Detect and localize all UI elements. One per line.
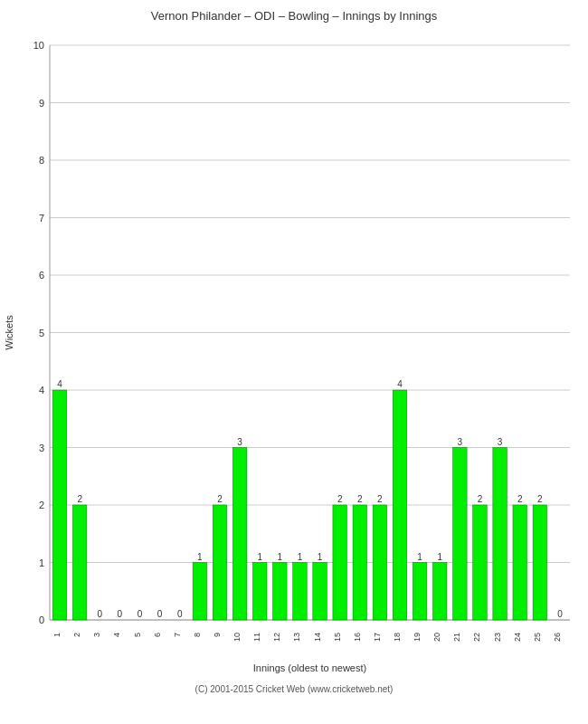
svg-text:15: 15 (333, 633, 342, 642)
svg-text:2: 2 (478, 494, 483, 504)
svg-rect-46 (213, 505, 226, 620)
svg-text:0: 0 (138, 609, 143, 619)
svg-rect-64 (333, 505, 346, 620)
svg-text:0: 0 (98, 609, 103, 619)
svg-text:19: 19 (413, 633, 422, 642)
svg-text:1: 1 (437, 552, 442, 562)
svg-text:0: 0 (157, 609, 163, 619)
svg-text:2: 2 (377, 494, 383, 504)
svg-text:6: 6 (153, 633, 162, 637)
svg-text:12: 12 (272, 633, 281, 642)
chart-title: Vernon Philander – ODI – Bowling – Innin… (0, 0, 588, 27)
svg-text:9: 9 (213, 633, 222, 637)
svg-rect-61 (313, 563, 327, 621)
copyright-text: (C) 2001-2015 Cricket Web (www.cricketwe… (0, 684, 588, 694)
svg-text:2: 2 (217, 494, 223, 504)
svg-text:6: 6 (39, 270, 44, 281)
svg-text:0: 0 (557, 609, 563, 619)
svg-text:1: 1 (39, 557, 44, 568)
svg-text:2: 2 (337, 494, 343, 504)
svg-text:2: 2 (77, 494, 82, 504)
svg-text:3: 3 (39, 443, 44, 453)
svg-text:4: 4 (397, 379, 403, 389)
svg-rect-27 (52, 390, 66, 620)
svg-text:4: 4 (112, 633, 121, 637)
svg-text:13: 13 (292, 633, 301, 642)
svg-text:2: 2 (537, 494, 543, 504)
svg-text:2: 2 (72, 633, 81, 637)
svg-rect-52 (252, 563, 266, 621)
svg-text:2: 2 (357, 494, 363, 504)
svg-rect-43 (193, 563, 206, 621)
svg-text:18: 18 (393, 633, 402, 642)
svg-text:7: 7 (173, 633, 182, 637)
svg-text:1: 1 (417, 552, 422, 562)
svg-text:3: 3 (92, 633, 101, 637)
chart-container: Vernon Philander – ODI – Bowling – Innin… (0, 0, 588, 724)
svg-text:5: 5 (39, 328, 44, 338)
svg-text:26: 26 (553, 633, 562, 642)
chart-svg: 012345678910Wickets412203040506071829310… (0, 27, 588, 679)
svg-text:Wickets: Wickets (4, 315, 14, 350)
svg-text:2: 2 (517, 494, 523, 504)
svg-text:1: 1 (278, 552, 283, 562)
svg-text:24: 24 (513, 633, 522, 642)
svg-rect-91 (513, 505, 526, 620)
svg-text:1: 1 (298, 552, 303, 562)
svg-text:22: 22 (472, 633, 481, 642)
svg-rect-73 (393, 390, 406, 620)
svg-text:0: 0 (177, 609, 183, 619)
svg-rect-82 (453, 448, 467, 621)
svg-rect-55 (273, 563, 287, 621)
svg-text:10: 10 (33, 40, 44, 51)
svg-text:8: 8 (39, 155, 44, 166)
svg-text:3: 3 (498, 437, 503, 447)
svg-text:1: 1 (52, 633, 62, 637)
svg-text:0: 0 (39, 614, 44, 625)
svg-text:16: 16 (353, 633, 362, 642)
svg-text:10: 10 (232, 633, 242, 642)
svg-rect-49 (232, 448, 246, 621)
svg-text:0: 0 (118, 609, 123, 619)
svg-rect-76 (413, 563, 426, 621)
svg-text:3: 3 (458, 437, 463, 447)
svg-text:9: 9 (39, 98, 44, 109)
svg-rect-85 (473, 505, 487, 620)
svg-rect-70 (373, 505, 386, 620)
svg-text:8: 8 (193, 633, 202, 637)
svg-text:21: 21 (452, 633, 461, 642)
svg-rect-30 (72, 505, 86, 620)
svg-rect-67 (353, 505, 366, 620)
svg-text:17: 17 (373, 633, 382, 642)
svg-text:4: 4 (57, 379, 62, 389)
svg-rect-58 (293, 563, 307, 621)
svg-rect-88 (493, 448, 507, 621)
svg-text:1: 1 (257, 552, 262, 562)
svg-text:2: 2 (39, 500, 44, 510)
svg-text:1: 1 (318, 552, 323, 562)
svg-rect-79 (433, 563, 447, 621)
svg-text:7: 7 (39, 213, 44, 224)
svg-text:5: 5 (133, 633, 142, 637)
svg-text:11: 11 (252, 633, 261, 642)
svg-text:3: 3 (237, 437, 242, 447)
svg-text:1: 1 (197, 552, 203, 562)
svg-text:14: 14 (313, 633, 322, 642)
svg-text:4: 4 (39, 385, 44, 395)
svg-text:Innings (oldest to newest): Innings (oldest to newest) (253, 662, 366, 673)
svg-rect-94 (533, 505, 546, 620)
svg-text:23: 23 (493, 633, 502, 642)
svg-text:20: 20 (432, 633, 441, 642)
svg-text:25: 25 (533, 633, 542, 642)
